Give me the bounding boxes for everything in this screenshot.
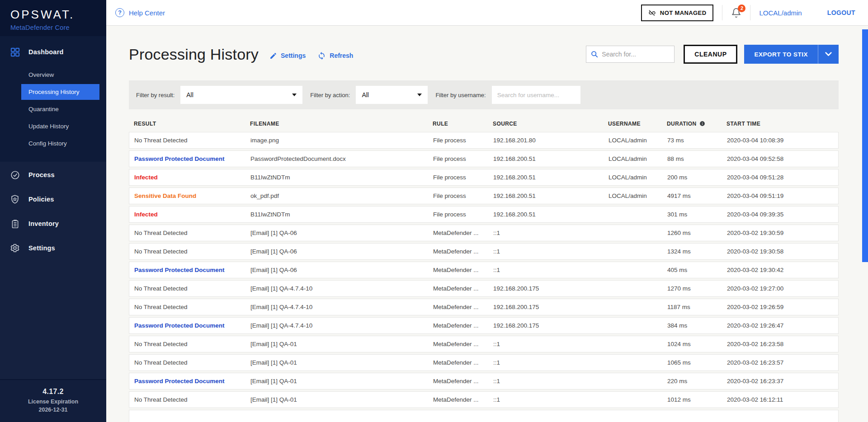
rule-cell: MetaDefender ... (433, 304, 493, 310)
rule-cell: File process (433, 192, 493, 199)
table-header: RESULT FILENAME RULE SOURCE USERNAME DUR… (129, 115, 839, 132)
filter-bar: Filter by result: All Filter by action: … (129, 80, 839, 109)
table-row[interactable]: Password Protected Document [Email] [1] … (129, 317, 839, 334)
settings-link[interactable]: Settings (269, 52, 306, 60)
lower-nav-section: Process Policies Invento (0, 162, 106, 260)
table-row[interactable]: Infected B11IwZtNDTm File process 192.16… (129, 206, 839, 223)
dashboard-grid-icon (9, 47, 20, 57)
result-cell: No Threat Detected (134, 137, 250, 144)
start-time-cell: 2020-03-02 19:26:59 (727, 304, 838, 310)
start-time-cell: 2020-03-04 10:08:39 (727, 137, 838, 144)
sidebar-subitem-update-history[interactable]: Update History (21, 118, 99, 134)
source-cell: ::1 (493, 267, 609, 273)
help-icon: ? (115, 8, 124, 17)
filename-cell: [Email] [1] QA-01 (250, 378, 433, 384)
start-time-cell: 2020-03-04 09:39:35 (727, 211, 838, 218)
search-input[interactable] (602, 51, 670, 58)
table-body: No Threat Detected image.png File proces… (129, 132, 839, 408)
process-icon (9, 169, 20, 180)
source-cell: 192.168.200.175 (493, 322, 609, 329)
caret-down-icon (292, 94, 297, 96)
not-managed-button[interactable]: NOT MANAGED (641, 5, 714, 21)
sidebar-item-inventory[interactable]: Inventory (0, 211, 106, 236)
column-header-filename[interactable]: FILENAME (250, 121, 433, 127)
table-row-partial[interactable] (129, 410, 839, 422)
start-time-cell: 2020-03-02 19:30:42 (727, 267, 838, 273)
product-name: MetaDefender Core (10, 24, 106, 31)
sidebar-item-settings[interactable]: Settings (0, 236, 106, 260)
table-row[interactable]: No Threat Detected [Email] [1] QA-4.7.4-… (129, 280, 839, 297)
sidebar-subitem-processing-history[interactable]: Processing History (21, 84, 99, 100)
filter-result-select[interactable]: All (180, 86, 302, 104)
table-row[interactable]: No Threat Detected [Email] [1] QA-06 Met… (129, 225, 839, 241)
column-header-result[interactable]: RESULT (134, 121, 250, 127)
start-time-cell: 2020-03-04 09:51:28 (727, 174, 838, 181)
search-box (586, 46, 675, 63)
duration-cell: 405 ms (667, 267, 727, 273)
export-dropdown-toggle[interactable] (818, 45, 839, 64)
table-row[interactable]: No Threat Detected [Email] [1] QA-06 Met… (129, 243, 839, 260)
start-time-cell: 2020-03-04 09:52:58 (727, 155, 838, 162)
table-row[interactable]: No Threat Detected [Email] [1] QA-01 Met… (129, 391, 839, 408)
sidebar-item-label: Inventory (28, 220, 59, 227)
filename-cell: [Email] [1] QA-01 (250, 396, 433, 403)
result-cell: No Threat Detected (134, 285, 250, 292)
filter-action-label: Filter by action: (310, 92, 350, 98)
username-cell: LOCAL/admin (609, 192, 667, 199)
table-row[interactable]: Sensitive Data Found ok_pdf.pdf File pro… (129, 188, 839, 204)
result-cell: No Threat Detected (134, 248, 250, 255)
sidebar-item-dashboard[interactable]: Dashboard (0, 43, 106, 61)
refresh-link[interactable]: Refresh (317, 52, 353, 60)
export-to-stix-button[interactable]: EXPORT TO STIX (744, 45, 839, 64)
source-cell: ::1 (493, 248, 609, 255)
table-row[interactable]: Password Protected Document PasswordProt… (129, 150, 839, 167)
filename-cell: [Email] [1] QA-01 (250, 341, 433, 347)
sidebar-subitem-overview[interactable]: Overview (21, 67, 99, 83)
notifications-button[interactable]: 2 (731, 8, 741, 18)
username-cell: LOCAL/admin (609, 137, 667, 144)
duration-cell: 73 ms (667, 137, 727, 144)
result-cell: No Threat Detected (134, 230, 250, 236)
column-header-source[interactable]: SOURCE (493, 121, 608, 127)
result-cell: Infected (134, 174, 250, 181)
table-row[interactable]: No Threat Detected [Email] [1] QA-01 Met… (129, 336, 839, 352)
vertical-scrollbar-thumb[interactable] (862, 29, 868, 262)
table-row[interactable]: No Threat Detected image.png File proces… (129, 132, 839, 149)
sidebar-footer: 4.17.2 License Expiration 2026-12-31 (0, 379, 106, 422)
filter-action-select[interactable]: All (356, 86, 428, 104)
duration-cell: 1270 ms (667, 285, 727, 292)
logo-area: OPSWAT. MetaDefender Core (0, 0, 106, 36)
license-expiration-date: 2026-12-31 (0, 406, 106, 414)
topbar-divider (722, 5, 722, 20)
current-user-link[interactable]: LOCAL/admin (759, 9, 802, 17)
sidebar-item-label: Settings (28, 244, 55, 252)
filter-username-input[interactable] (492, 86, 580, 104)
table-row[interactable]: No Threat Detected [Email] [1] QA-4.7.4-… (129, 299, 839, 315)
sidebar-item-policies[interactable]: Policies (0, 187, 106, 211)
start-time-cell: 2020-03-04 09:51:19 (727, 192, 838, 199)
column-header-start-time[interactable]: START TIME (726, 121, 839, 127)
table-row[interactable]: Infected B11IwZtNDTm File process 192.16… (129, 169, 839, 186)
filter-result-value: All (186, 91, 193, 98)
table-row[interactable]: No Threat Detected [Email] [1] QA-01 Met… (129, 354, 839, 371)
column-header-rule[interactable]: RULE (433, 121, 493, 127)
column-header-duration[interactable]: DURATION (667, 121, 726, 127)
table-row[interactable]: Password Protected Document [Email] [1] … (129, 262, 839, 278)
duration-cell: 1012 ms (667, 396, 727, 403)
result-cell: No Threat Detected (134, 359, 250, 366)
start-time-cell: 2020-03-02 19:26:47 (727, 322, 838, 329)
logout-button[interactable]: LOGOUT (827, 9, 855, 16)
cleanup-button[interactable]: CLEANUP (684, 45, 737, 64)
sidebar-subitem-quarantine[interactable]: Quarantine (21, 101, 99, 117)
filename-cell: ok_pdf.pdf (250, 192, 433, 199)
result-cell: Password Protected Document (134, 378, 250, 384)
duration-cell: 1324 ms (667, 248, 727, 255)
rule-cell: MetaDefender ... (433, 230, 493, 236)
sidebar-item-process[interactable]: Process (0, 163, 106, 187)
column-header-username[interactable]: USERNAME (608, 121, 667, 127)
sidebar-subitem-config-history[interactable]: Config History (21, 136, 99, 151)
filter-result-label: Filter by result: (136, 92, 175, 98)
table-row[interactable]: Password Protected Document [Email] [1] … (129, 373, 839, 389)
help-center-link[interactable]: ? Help Center (115, 8, 165, 17)
start-time-cell: 2020-03-02 16:23:57 (727, 359, 838, 366)
